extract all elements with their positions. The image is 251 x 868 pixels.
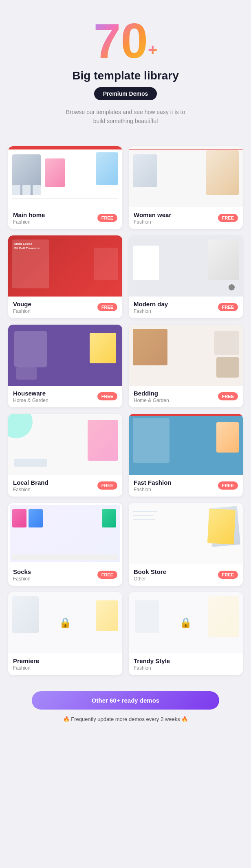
lock-icon-trendy: 🔒 xyxy=(180,617,192,628)
card-cat-houseware: Home & Garden xyxy=(13,398,97,403)
card-name-local-brand: Local Brand xyxy=(13,479,97,486)
card-vouge[interactable]: Mom LooseFit Full Trousers Vouge Fashion… xyxy=(8,235,122,318)
card-name-houseware: Houseware xyxy=(13,390,97,397)
hero-number: 70+ xyxy=(8,16,243,65)
card-premiere[interactable]: 🔒 Premiere Fashion xyxy=(8,592,122,675)
free-badge-women-wear: FREE xyxy=(218,214,238,222)
card-name-trendy-style: Trendy Style xyxy=(134,657,238,664)
card-houseware[interactable]: Houseware Home & Garden FREE xyxy=(8,325,122,407)
premium-badge: Premium Demos xyxy=(94,87,157,100)
plus-sign: + xyxy=(148,41,157,59)
hero-section: 70+ Big template library Premium Demos B… xyxy=(0,0,251,138)
card-name-socks: Socks xyxy=(13,568,97,575)
card-cat-modern-day: Fashion xyxy=(134,308,218,314)
card-cat-bedding: Home & Garden xyxy=(134,398,218,403)
card-footer-trendy-style: Trendy Style Fashion xyxy=(129,653,243,675)
card-image-socks xyxy=(8,503,122,564)
free-badge-vouge: FREE xyxy=(97,303,117,311)
lock-icon: 🔒 xyxy=(59,617,71,628)
card-footer-fast-fashion: Fast Fashion Fashion FREE xyxy=(129,475,243,497)
card-image-bedding xyxy=(129,325,243,386)
card-image-premiere: 🔒 xyxy=(8,592,122,653)
number-display: 70 xyxy=(94,16,148,65)
card-cat-local-brand: Fashion xyxy=(13,487,97,492)
card-name-premiere: Premiere xyxy=(13,657,117,664)
card-footer-book-store: Book Store Other FREE xyxy=(129,564,243,586)
card-fast-fashion[interactable]: Fast Fashion Fashion FREE xyxy=(129,414,243,497)
free-badge-local-brand: FREE xyxy=(97,481,117,490)
card-cat-book-store: Other xyxy=(134,576,218,582)
card-image-main-home xyxy=(8,146,122,207)
card-cat-premiere: Fashion xyxy=(13,665,117,671)
card-footer-socks: Socks Fashion FREE xyxy=(8,564,122,586)
hero-description: Browse our templates and see how easy it… xyxy=(60,108,191,126)
hero-title: Big template library xyxy=(8,69,243,82)
card-footer-modern-day: Modern day Fashion FREE xyxy=(129,297,243,318)
locked-overlay-trendy: 🔒 xyxy=(129,592,243,653)
card-cat-vouge: Fashion xyxy=(13,308,97,314)
free-badge-main-home: FREE xyxy=(97,214,117,222)
card-name-bedding: Bedding xyxy=(134,390,218,397)
card-image-local-brand xyxy=(8,414,122,475)
free-badge-book-store: FREE xyxy=(218,571,238,579)
card-main-home[interactable]: Main home Fashion FREE xyxy=(8,146,122,229)
card-cat-trendy-style: Fashion xyxy=(134,665,238,671)
card-footer-vouge: Vouge Fashion FREE xyxy=(8,297,122,318)
card-image-houseware xyxy=(8,325,122,386)
card-image-trendy-style: 🔒 xyxy=(129,592,243,653)
card-name-modern-day: Modern day xyxy=(134,301,218,308)
card-image-book-store xyxy=(129,503,243,564)
locked-overlay-premiere: 🔒 xyxy=(8,592,122,653)
free-badge-houseware: FREE xyxy=(97,392,117,400)
other-demos-button[interactable]: Other 60+ ready demos xyxy=(32,691,220,710)
free-badge-socks: FREE xyxy=(97,571,117,579)
free-badge-bedding: FREE xyxy=(218,392,238,400)
card-cat-fast-fashion: Fashion xyxy=(134,487,218,492)
template-grid: Main home Fashion FREE Women wear Fashio… xyxy=(0,138,251,683)
card-name-book-store: Book Store xyxy=(134,568,218,575)
card-socks[interactable]: Socks Fashion FREE xyxy=(8,503,122,586)
card-book-store[interactable]: Book Store Other FREE xyxy=(129,503,243,586)
card-footer-bedding: Bedding Home & Garden FREE xyxy=(129,386,243,407)
card-cat-main-home: Fashion xyxy=(13,219,97,225)
card-footer-local-brand: Local Brand Fashion FREE xyxy=(8,475,122,497)
card-women-wear[interactable]: Women wear Fashion FREE xyxy=(129,146,243,229)
card-footer-premiere: Premiere Fashion xyxy=(8,653,122,675)
card-footer-houseware: Houseware Home & Garden FREE xyxy=(8,386,122,407)
free-badge-fast-fashion: FREE xyxy=(218,481,238,490)
card-modern-day[interactable]: Modern day Fashion FREE xyxy=(129,235,243,318)
free-badge-modern-day: FREE xyxy=(218,303,238,311)
card-trendy-style[interactable]: 🔒 Trendy Style Fashion xyxy=(129,592,243,675)
bottom-section: Other 60+ ready demos 🔥 Frequently updat… xyxy=(0,683,251,730)
card-name-fast-fashion: Fast Fashion xyxy=(134,479,218,486)
update-notice: 🔥 Frequently update more demos every 2 w… xyxy=(8,716,243,722)
card-cat-women-wear: Fashion xyxy=(134,219,218,225)
card-local-brand[interactable]: Local Brand Fashion FREE xyxy=(8,414,122,497)
card-image-vouge: Mom LooseFit Full Trousers xyxy=(8,235,122,297)
card-image-modern-day xyxy=(129,235,243,297)
card-bedding[interactable]: Bedding Home & Garden FREE xyxy=(129,325,243,407)
card-image-women-wear xyxy=(129,146,243,207)
card-name-main-home: Main home xyxy=(13,211,97,218)
card-cat-socks: Fashion xyxy=(13,576,97,582)
card-footer-main-home: Main home Fashion FREE xyxy=(8,207,122,229)
card-image-fast-fashion xyxy=(129,414,243,475)
card-name-women-wear: Women wear xyxy=(134,211,218,218)
card-footer-women-wear: Women wear Fashion FREE xyxy=(129,207,243,229)
card-name-vouge: Vouge xyxy=(13,301,97,308)
